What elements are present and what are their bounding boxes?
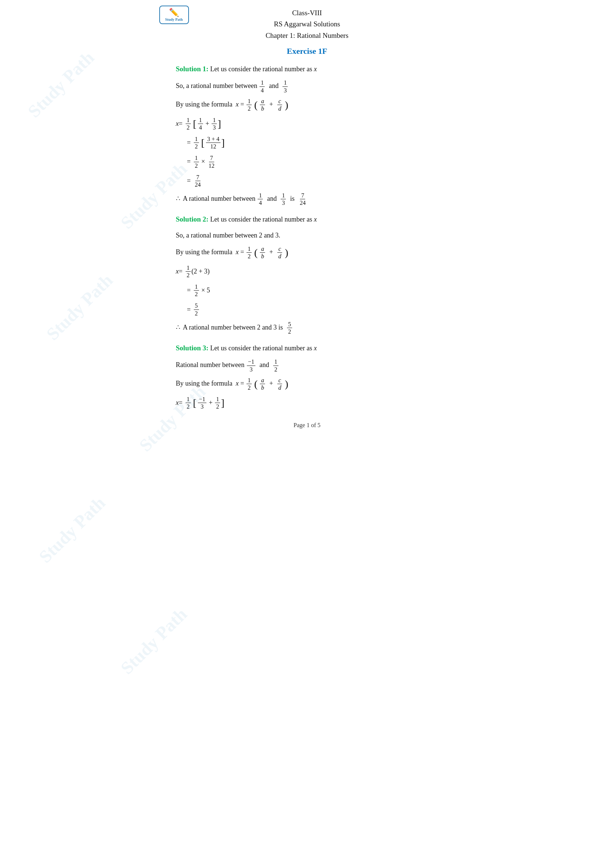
solution-2-line1: So, a rational number between 2 and 3. bbox=[176, 229, 439, 241]
solution-1-line1: So, a rational number between 14 and 13 bbox=[176, 79, 439, 93]
frac-half-s1: 12 bbox=[186, 116, 191, 131]
solution-1-formula: By using the formula x = 12 ( ab + cd ) bbox=[176, 98, 439, 112]
book-title: RS Aggarwal Solutions bbox=[176, 19, 439, 30]
sol1-step4: = 724 bbox=[187, 173, 439, 189]
logo: ✏️ Study Path bbox=[159, 6, 189, 31]
sol1-step2: = 12 [ 3 + 412 ] bbox=[187, 135, 439, 151]
frac-neg1-3-s3: −13 bbox=[198, 395, 206, 410]
frac-1-4: 14 bbox=[259, 79, 265, 93]
frac-c-d: cd bbox=[277, 98, 282, 112]
frac-a-b-s3: ab bbox=[260, 377, 265, 391]
chapter-title: Chapter 1: Rational Numbers bbox=[176, 30, 439, 41]
solution-1-label: Solution 1: bbox=[176, 65, 209, 73]
sol1-step1: x = 12 [ 14 + 13 ] bbox=[176, 116, 439, 132]
solution-2-intro: Let us consider the rational number as x bbox=[210, 215, 317, 223]
solution-2-block: Solution 2: Let us consider the rational… bbox=[176, 213, 439, 335]
frac-7-24: 724 bbox=[194, 174, 202, 188]
page-header: Class-VIII RS Aggarwal Solutions Chapter… bbox=[176, 8, 439, 41]
sol2-step1: x = 12 (2 + 3) bbox=[176, 264, 439, 279]
sol3-step1: x = 12 [ −13 + 12 ] bbox=[176, 395, 439, 411]
solution-1-block: Solution 1: Let us consider the rational… bbox=[176, 63, 439, 206]
solution-2-header: Solution 2: Let us consider the rational… bbox=[176, 213, 439, 226]
frac-formula-half-s3: 12 bbox=[247, 377, 252, 391]
frac-a-b-s2: ab bbox=[260, 245, 265, 260]
frac-a-b: ab bbox=[260, 98, 265, 112]
frac-formula-half: 12 bbox=[247, 98, 252, 112]
frac-5-2-conc: 52 bbox=[287, 321, 292, 335]
frac-1-2-s3: 12 bbox=[273, 358, 278, 373]
solution-3-formula: By using the formula x = 12 ( ab + cd ) bbox=[176, 377, 439, 391]
frac-c-d-s3: cd bbox=[277, 377, 282, 391]
frac-half-s1c: 12 bbox=[194, 154, 199, 169]
sol1-conclusion: ∴ A rational number between 14 and 13 is… bbox=[176, 192, 439, 206]
sol2-step2: = 12 × 5 bbox=[187, 282, 439, 298]
frac-1-4-s1: 14 bbox=[198, 116, 203, 131]
frac-half-s1b: 12 bbox=[194, 135, 199, 150]
solution-2-formula: By using the formula x = 12 ( ab + cd ) bbox=[176, 245, 439, 260]
frac-half-s2b: 12 bbox=[194, 283, 199, 298]
sol2-conclusion: ∴ A rational number between 2 and 3 is 5… bbox=[176, 321, 439, 335]
frac-3plus4-12: 3 + 412 bbox=[206, 135, 220, 150]
frac-half-s2a: 12 bbox=[186, 264, 191, 279]
solution-1-intro: Let us consider the rational number as x bbox=[210, 65, 317, 73]
logo-icon: ✏️ bbox=[169, 8, 179, 17]
frac-7-12: 712 bbox=[208, 154, 216, 169]
frac-formula-half-s2: 12 bbox=[247, 245, 252, 260]
class-title: Class-VIII bbox=[176, 8, 439, 19]
solution-3-intro: Let us consider the rational number as x bbox=[210, 344, 317, 352]
logo-text: Study Path bbox=[165, 17, 183, 22]
solution-2-label: Solution 2: bbox=[176, 215, 209, 223]
sol1-step3: = 12 × 712 bbox=[187, 153, 439, 170]
frac-7-24-conc: 724 bbox=[298, 192, 307, 206]
frac-1-2-s3b: 12 bbox=[215, 395, 220, 410]
solution-3-line1: Rational number between −13 and 12 bbox=[176, 358, 439, 373]
exercise-title: Exercise 1F bbox=[176, 46, 439, 56]
solution-3-block: Solution 3: Let us consider the rational… bbox=[176, 342, 439, 411]
page-footer: Page 1 of 5 bbox=[176, 422, 439, 429]
sol2-step3: = 52 bbox=[187, 302, 439, 318]
solution-3-label: Solution 3: bbox=[176, 344, 209, 352]
solution-3-header: Solution 3: Let us consider the rational… bbox=[176, 342, 439, 354]
frac-1-3-conc: 13 bbox=[281, 192, 286, 206]
frac-1-4-conc: 14 bbox=[257, 192, 263, 206]
frac-1-3-a: 13 bbox=[282, 79, 288, 93]
frac-5-2: 52 bbox=[194, 302, 199, 316]
solution-1-header: Solution 1: Let us consider the rational… bbox=[176, 63, 439, 75]
frac-neg1-3: −13 bbox=[247, 358, 256, 373]
frac-c-d-s2: cd bbox=[277, 245, 282, 260]
page-number: Page 1 of 5 bbox=[294, 422, 320, 428]
frac-1-3-s1: 13 bbox=[212, 116, 217, 131]
frac-half-s3a: 12 bbox=[186, 395, 191, 410]
